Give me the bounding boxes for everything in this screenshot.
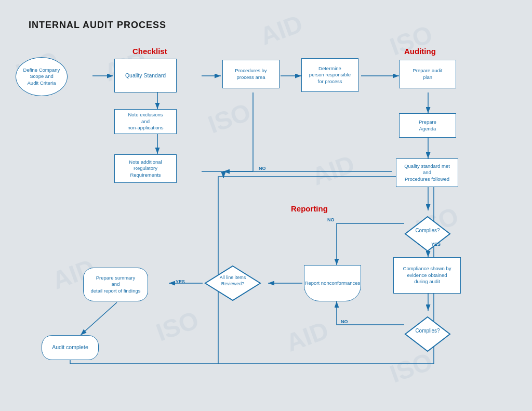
complies1-diamond: Complies? xyxy=(404,210,451,257)
no2-label: NO xyxy=(327,217,335,222)
determine-box: Determine person responsible for process xyxy=(301,58,358,92)
complies2-diamond: Complies? xyxy=(404,311,451,357)
boxes-layer: INTERNAL AUDIT PROCESS Checklist Auditin… xyxy=(0,0,532,411)
diagram-container: ISO AID ISO AID ISO AID ISO AID ISO AID … xyxy=(0,0,532,411)
checklist-label: Checklist xyxy=(132,47,167,56)
no1-label: NO xyxy=(259,166,266,171)
yes1-label: YES xyxy=(431,242,441,247)
svg-marker-20 xyxy=(405,217,450,251)
no3-label: NO xyxy=(341,319,348,324)
prepare-plan-box: Prepare audit plan xyxy=(399,60,456,88)
prepare-summary-box: Prepare summary and detail report of fin… xyxy=(83,268,148,301)
svg-text:Complies?: Complies? xyxy=(415,328,440,334)
quality-standard-box: Quality Standard xyxy=(114,59,177,92)
prepare-agenda-box: Prepare Agenda xyxy=(399,113,456,138)
svg-marker-22 xyxy=(405,317,450,351)
yes2-label: YES xyxy=(176,279,185,284)
regulatory-box: Note additional Regulatory Requirements xyxy=(114,154,177,183)
quality-met-box: Quality standard met and Procedures foll… xyxy=(396,158,458,187)
compliance-box: Compliance shown by evidence obtained du… xyxy=(393,257,461,294)
reporting-label: Reporting xyxy=(291,204,328,213)
svg-text:Complies?: Complies? xyxy=(415,228,440,233)
auditing-label: Auditing xyxy=(404,47,436,56)
procedures-box: Procedures by process area xyxy=(222,60,280,88)
page-title: INTERNAL AUDIT PROCESS xyxy=(29,20,166,31)
note-exclusions-box: Note exclusions and non-applications xyxy=(114,109,177,134)
svg-text:Reviewed?: Reviewed? xyxy=(221,281,245,286)
svg-text:All line items: All line items xyxy=(220,275,246,280)
report-nonconf-box: Report nonconformances xyxy=(304,265,361,301)
all-items-diamond: All line items Reviewed? xyxy=(204,265,261,301)
audit-complete-box: Audit complete xyxy=(42,335,99,360)
define-box: Define Company Scope and Audit Criteria xyxy=(16,57,68,96)
